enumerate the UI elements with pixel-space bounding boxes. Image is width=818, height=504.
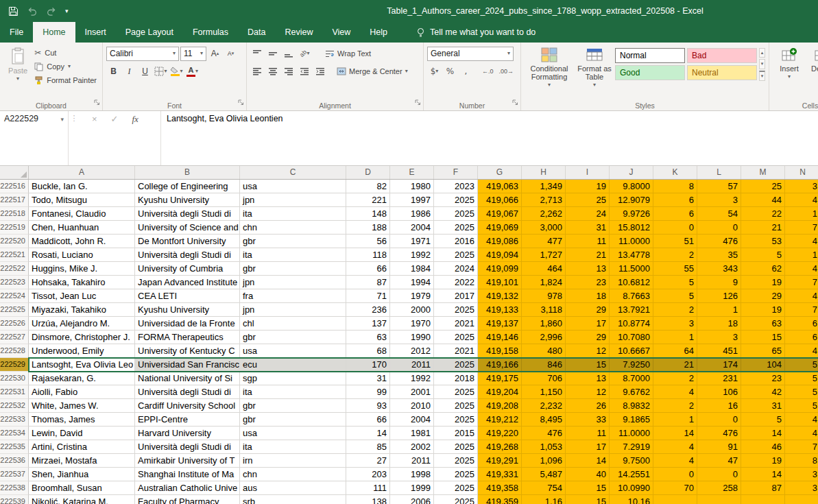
cell-G222524[interactable]: 419,132 xyxy=(478,289,522,303)
cell-H222523[interactable]: 1,824 xyxy=(522,276,566,289)
cell-G222519[interactable]: 419,069 xyxy=(478,221,522,235)
cell-A222533[interactable]: Thomas, James xyxy=(29,413,135,427)
cell-L222525[interactable]: 1 xyxy=(697,303,741,317)
cell-M222539[interactable] xyxy=(741,495,785,504)
cell-L222528[interactable]: 451 xyxy=(697,344,741,358)
cell-I222539[interactable]: 15 xyxy=(566,495,610,504)
tab-page-layout[interactable]: Page Layout xyxy=(116,22,183,43)
cell-N222539[interactable] xyxy=(785,495,818,504)
cell-F222526[interactable]: 2021 xyxy=(434,317,478,331)
cell-K222531[interactable]: 4 xyxy=(653,385,697,399)
cell-A222537[interactable]: Shen, Jianhua xyxy=(29,468,135,481)
borders-button[interactable]: ▾ xyxy=(154,64,168,78)
cell-J222520[interactable]: 11.0000 xyxy=(610,235,653,248)
cell-A222530[interactable]: Rajasekaran, G. xyxy=(29,372,135,385)
cell-B222525[interactable]: Kyushu University xyxy=(135,303,240,317)
cell-F222516[interactable]: 2023 xyxy=(434,180,478,193)
cell-D222539[interactable]: 138 xyxy=(346,495,390,504)
cell-N222527[interactable]: 6 xyxy=(785,331,818,344)
row-header-222533[interactable]: 222533 xyxy=(0,413,29,427)
cell-E222536[interactable]: 2011 xyxy=(390,454,434,468)
cell-E222535[interactable]: 2002 xyxy=(390,440,434,454)
row-header-222522[interactable]: 222522 xyxy=(0,262,29,276)
cell-H222527[interactable]: 2,996 xyxy=(522,331,566,344)
orientation-button[interactable]: ab▾ xyxy=(298,47,312,60)
cell-C222530[interactable]: sgp xyxy=(240,372,346,385)
cell-F222533[interactable]: 2025 xyxy=(434,413,478,427)
cell-M222525[interactable]: 19 xyxy=(741,303,785,317)
row-header-222531[interactable]: 222531 xyxy=(0,385,29,399)
cell-N222534[interactable]: 4 xyxy=(785,427,818,440)
cell-M222532[interactable]: 31 xyxy=(741,399,785,413)
cell-J222517[interactable]: 12.9079 xyxy=(610,193,653,207)
cell-F222529[interactable]: 2025 xyxy=(434,358,478,372)
cell-E222524[interactable]: 1979 xyxy=(390,289,434,303)
cell-D222528[interactable]: 68 xyxy=(346,344,390,358)
cell-J222527[interactable]: 10.7080 xyxy=(610,331,653,344)
formula-input[interactable]: Lantsoght, Eva Olivia Leontien xyxy=(160,111,818,165)
decrease-indent-button[interactable] xyxy=(298,64,312,78)
cell-I222533[interactable]: 33 xyxy=(566,413,610,427)
cell-C222520[interactable]: gbr xyxy=(240,235,346,248)
name-box[interactable]: A222529 ▾ xyxy=(0,111,69,165)
cell-D222516[interactable]: 82 xyxy=(346,180,390,193)
number-dialog-launcher-icon[interactable] xyxy=(512,96,518,108)
column-header-G[interactable]: G xyxy=(478,166,522,179)
cell-E222518[interactable]: 1986 xyxy=(390,207,434,221)
decrease-font-size-button[interactable]: A▾ xyxy=(224,47,238,60)
align-left-button[interactable] xyxy=(250,64,265,78)
font-size-select[interactable]: 11▾ xyxy=(180,47,206,61)
cell-K222538[interactable]: 70 xyxy=(653,481,697,495)
cell-E222520[interactable]: 1971 xyxy=(390,235,434,248)
cell-F222535[interactable]: 2025 xyxy=(434,440,478,454)
cell-F222534[interactable]: 2015 xyxy=(434,427,478,440)
row-header-222521[interactable]: 222521 xyxy=(0,248,29,262)
row-header-222520[interactable]: 222520 xyxy=(0,235,29,248)
cell-I222521[interactable]: 21 xyxy=(566,248,610,262)
cell-A222521[interactable]: Rosati, Luciano xyxy=(29,248,135,262)
cell-H222526[interactable]: 1,860 xyxy=(522,317,566,331)
cell-J222538[interactable]: 10.0990 xyxy=(610,481,653,495)
cell-C222535[interactable]: ita xyxy=(240,440,346,454)
row-header-222517[interactable]: 222517 xyxy=(0,193,29,207)
row-header-222532[interactable]: 222532 xyxy=(0,399,29,413)
alignment-dialog-launcher-icon[interactable] xyxy=(415,96,421,108)
cell-C222523[interactable]: jpn xyxy=(240,276,346,289)
cell-G222518[interactable]: 419,067 xyxy=(478,207,522,221)
cell-N222533[interactable]: 4 xyxy=(785,413,818,427)
cell-M222531[interactable]: 42 xyxy=(741,385,785,399)
italic-button[interactable]: I xyxy=(122,64,136,78)
cell-I222520[interactable]: 11 xyxy=(566,235,610,248)
cell-E222527[interactable]: 1990 xyxy=(390,331,434,344)
cell-B222516[interactable]: College of Engineering xyxy=(135,180,240,193)
cell-J222524[interactable]: 8.7663 xyxy=(610,289,653,303)
cell-N222536[interactable]: 8 xyxy=(785,454,818,468)
cell-A222528[interactable]: Underwood, Emily xyxy=(29,344,135,358)
cell-I222525[interactable]: 29 xyxy=(566,303,610,317)
column-header-L[interactable]: L xyxy=(697,166,741,179)
cell-C222517[interactable]: jpn xyxy=(240,193,346,207)
tell-me-box[interactable]: Tell me what you want to do xyxy=(409,22,542,43)
cell-C222526[interactable]: chl xyxy=(240,317,346,331)
cell-D222538[interactable]: 111 xyxy=(346,481,390,495)
cell-M222535[interactable]: 46 xyxy=(741,440,785,454)
cell-H222534[interactable]: 476 xyxy=(522,427,566,440)
cell-I222530[interactable]: 13 xyxy=(566,372,610,385)
cell-J222534[interactable]: 11.0000 xyxy=(610,427,653,440)
cell-G222529[interactable]: 419,166 xyxy=(478,358,522,372)
cell-N222537[interactable]: 3 xyxy=(785,468,818,481)
cell-M222523[interactable]: 19 xyxy=(741,276,785,289)
merge-center-button[interactable]: Merge & Center ▾ xyxy=(335,67,410,75)
cell-H222539[interactable]: 1,16 xyxy=(522,495,566,504)
cell-C222524[interactable]: fra xyxy=(240,289,346,303)
tab-insert[interactable]: Insert xyxy=(75,22,116,43)
cell-B222536[interactable]: Amirkabir University of T xyxy=(135,454,240,468)
row-header-222536[interactable]: 222536 xyxy=(0,454,29,468)
cell-F222531[interactable]: 2025 xyxy=(434,385,478,399)
cell-L222520[interactable]: 476 xyxy=(697,235,741,248)
column-header-K[interactable]: K xyxy=(653,166,697,179)
cell-A222522[interactable]: Huggins, Mike J. xyxy=(29,262,135,276)
cell-B222522[interactable]: University of Cumbria xyxy=(135,262,240,276)
cell-C222539[interactable]: srb xyxy=(240,495,346,504)
cell-H222535[interactable]: 1,053 xyxy=(522,440,566,454)
